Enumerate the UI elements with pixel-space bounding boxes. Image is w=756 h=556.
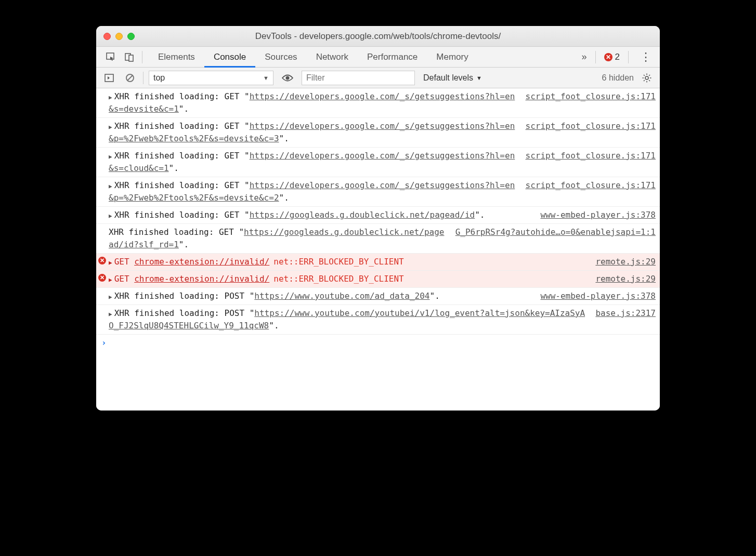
tab-elements[interactable]: Elements xyxy=(149,47,204,68)
svg-line-5 xyxy=(127,75,133,81)
tab-bar: Elements Console Sources Network Perform… xyxy=(96,47,660,68)
tab-network[interactable]: Network xyxy=(307,47,358,68)
svg-line-13 xyxy=(649,80,650,81)
error-count-badge[interactable]: ✕ 2 xyxy=(604,52,620,62)
svg-line-15 xyxy=(649,75,650,76)
devtools-window: DevTools - developers.google.com/web/too… xyxy=(96,26,660,411)
context-selector[interactable]: top ▼ xyxy=(149,71,273,85)
tab-sources[interactable]: Sources xyxy=(255,47,306,68)
source-link[interactable]: remote.js:29 xyxy=(595,256,656,268)
console-row[interactable]: ▶XHR finished loading: GET "https://deve… xyxy=(96,177,660,207)
hidden-messages[interactable]: 6 hidden xyxy=(602,73,634,83)
error-icon: ✕ xyxy=(98,274,106,282)
levels-label: Default levels xyxy=(423,73,473,83)
filter-input[interactable] xyxy=(302,71,415,85)
source-link[interactable]: script_foot_closure.js:171 xyxy=(526,90,656,103)
error-icon: ✕ xyxy=(98,257,106,264)
window-title: DevTools - developers.google.com/web/too… xyxy=(96,31,660,42)
console-row[interactable]: XHR finished loading: GET "https://googl… xyxy=(96,224,660,254)
expand-icon: ▶ xyxy=(109,94,112,102)
tab-console[interactable]: Console xyxy=(204,47,255,68)
clear-console-icon[interactable] xyxy=(122,73,138,83)
console-prompt[interactable]: › xyxy=(96,335,660,351)
sidebar-toggle-icon[interactable] xyxy=(101,73,117,83)
console-row-error[interactable]: ✕ ▶GET chrome-extension://invalid/net::E… xyxy=(96,271,660,288)
source-link[interactable]: script_foot_closure.js:171 xyxy=(526,120,656,133)
expand-icon: ▶ xyxy=(109,212,112,221)
source-link[interactable]: www-embed-player.js:378 xyxy=(540,290,656,302)
svg-point-6 xyxy=(286,76,290,80)
console-row[interactable]: ▶XHR finished loading: GET "https://deve… xyxy=(96,88,660,118)
tab-performance[interactable]: Performance xyxy=(358,47,427,68)
separator xyxy=(628,51,629,63)
console-toolbar: top ▼ Default levels ▼ 6 hidden xyxy=(96,68,660,88)
source-link[interactable]: www-embed-player.js:378 xyxy=(540,209,656,221)
tab-memory[interactable]: Memory xyxy=(427,47,477,68)
chevron-down-icon: ▼ xyxy=(263,75,269,81)
console-row[interactable]: ▶XHR finished loading: GET "https://deve… xyxy=(96,118,660,148)
traffic-lights xyxy=(103,33,135,40)
live-expression-icon[interactable] xyxy=(279,73,296,83)
tabs-overflow-icon[interactable]: » xyxy=(582,51,587,62)
expand-icon: ▶ xyxy=(109,182,112,191)
console-row[interactable]: ▶XHR finished loading: GET "https://goog… xyxy=(96,207,660,224)
expand-icon: ▶ xyxy=(109,293,112,302)
error-count: 2 xyxy=(615,52,620,62)
error-icon: ✕ xyxy=(604,53,612,61)
more-menu-icon[interactable]: ⋮ xyxy=(637,50,655,64)
svg-point-7 xyxy=(645,76,648,80)
titlebar: DevTools - developers.google.com/web/too… xyxy=(96,26,660,47)
expand-icon: ▶ xyxy=(109,310,112,319)
panel-tabs: Elements Console Sources Network Perform… xyxy=(149,47,478,68)
close-icon[interactable] xyxy=(103,33,111,40)
device-toggle-icon[interactable] xyxy=(120,52,139,62)
context-value: top xyxy=(153,73,165,83)
chevron-down-icon: ▼ xyxy=(476,75,482,81)
zoom-icon[interactable] xyxy=(127,33,135,40)
console-log: ▶XHR finished loading: GET "https://deve… xyxy=(96,88,660,411)
console-row[interactable]: ▶XHR finished loading: POST "https://www… xyxy=(96,288,660,305)
console-row-error[interactable]: ✕ ▶GET chrome-extension://invalid/net::E… xyxy=(96,254,660,271)
svg-line-12 xyxy=(644,75,645,76)
source-link[interactable]: script_foot_closure.js:171 xyxy=(526,179,656,192)
console-row[interactable]: ▶XHR finished loading: POST "https://www… xyxy=(96,305,660,335)
gear-icon[interactable] xyxy=(639,73,655,83)
expand-icon: ▶ xyxy=(109,276,112,285)
expand-icon: ▶ xyxy=(109,123,112,132)
expand-icon: ▶ xyxy=(109,259,112,268)
separator xyxy=(142,51,142,63)
console-row[interactable]: ▶XHR finished loading: GET "https://deve… xyxy=(96,148,660,177)
source-link[interactable]: base.js:2317 xyxy=(595,307,656,320)
expand-icon: ▶ xyxy=(109,153,112,162)
log-levels-selector[interactable]: Default levels ▼ xyxy=(420,73,485,83)
svg-line-14 xyxy=(644,80,645,81)
separator xyxy=(595,51,596,63)
separator xyxy=(143,72,144,84)
source-link[interactable]: remote.js:29 xyxy=(595,273,656,285)
inspect-icon[interactable] xyxy=(101,52,120,62)
minimize-icon[interactable] xyxy=(115,33,123,40)
source-link[interactable]: script_foot_closure.js:171 xyxy=(526,150,656,162)
source-link[interactable]: G_P6rpRSr4g?autohide…o=0&enablejsapi=1:1 xyxy=(455,226,656,239)
svg-rect-2 xyxy=(129,55,133,61)
